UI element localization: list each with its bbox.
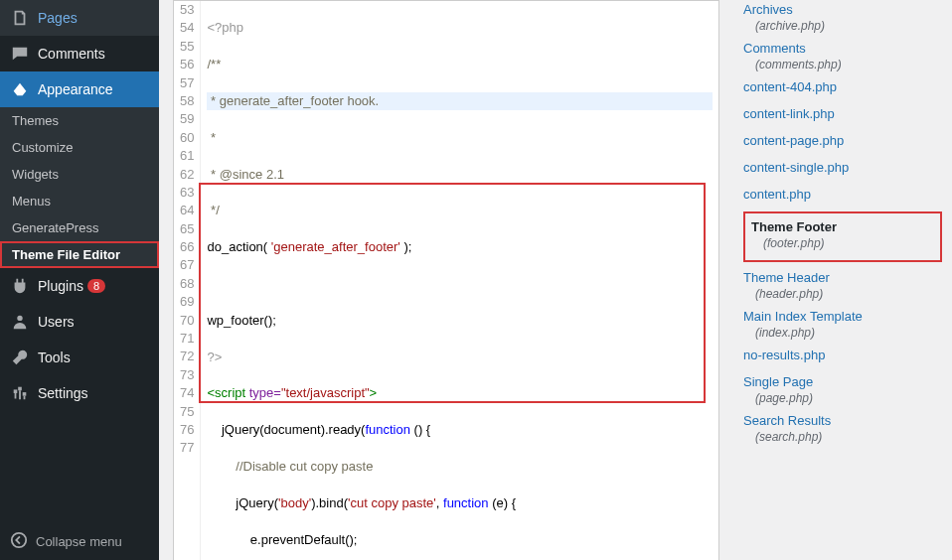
sidebar-item-comments[interactable]: Comments xyxy=(0,36,159,71)
file-main-index[interactable]: Main Index Template (index.php) xyxy=(743,307,942,340)
tools-icon xyxy=(10,348,30,367)
sidebar-label: Comments xyxy=(38,46,105,62)
theme-files-list: Archives (archive.php) Comments (comment… xyxy=(733,0,952,560)
users-icon xyxy=(10,312,30,332)
file-search-results[interactable]: Search Results (search.php) xyxy=(743,411,942,444)
sidebar-label: Users xyxy=(38,314,75,330)
collapse-label: Collapse menu xyxy=(36,534,122,549)
appearance-submenu: Themes Customize Widgets Menus GenerateP… xyxy=(0,107,159,268)
collapse-menu-button[interactable]: Collapse menu xyxy=(0,523,159,560)
svg-rect-1 xyxy=(14,389,18,393)
plugins-badge: 8 xyxy=(87,279,105,293)
submenu-customize[interactable]: Customize xyxy=(0,134,159,161)
file-single-page[interactable]: Single Page (page.php) xyxy=(743,372,942,405)
submenu-theme-file-editor[interactable]: Theme File Editor xyxy=(0,241,159,268)
sidebar-item-settings[interactable]: Settings xyxy=(0,375,159,411)
sidebar-label: Settings xyxy=(38,385,88,401)
collapse-icon xyxy=(10,531,28,552)
main-content: 5354555657585960616263646566676869707172… xyxy=(159,0,952,560)
sidebar-item-appearance[interactable]: Appearance xyxy=(0,71,159,107)
submenu-menus[interactable]: Menus xyxy=(0,188,159,214)
line-gutter: 5354555657585960616263646566676869707172… xyxy=(174,1,201,560)
sidebar-label: Appearance xyxy=(38,81,113,97)
submenu-widgets[interactable]: Widgets xyxy=(0,161,159,188)
sidebar-label: Tools xyxy=(38,350,71,365)
svg-rect-2 xyxy=(18,387,22,391)
file-content-404[interactable]: content-404.php xyxy=(743,77,942,96)
file-no-results[interactable]: no-results.php xyxy=(743,346,942,364)
sidebar-item-plugins[interactable]: Plugins 8 xyxy=(0,268,159,304)
settings-icon xyxy=(10,383,30,403)
file-content-single[interactable]: content-single.php xyxy=(743,158,942,177)
plugins-icon xyxy=(10,276,30,296)
sidebar-label: Plugins xyxy=(38,278,83,294)
comments-icon xyxy=(10,44,30,64)
code-content[interactable]: <?php /** * generate_after_footer hook. … xyxy=(201,1,718,560)
svg-point-4 xyxy=(12,533,26,547)
file-theme-header[interactable]: Theme Header (header.php) xyxy=(743,268,942,301)
appearance-icon xyxy=(10,79,30,99)
file-theme-footer[interactable]: Theme Footer (footer.php) xyxy=(743,211,942,262)
admin-sidebar: Pages Comments Appearance Themes Customi… xyxy=(0,0,159,560)
submenu-themes[interactable]: Themes xyxy=(0,107,159,134)
pages-icon xyxy=(10,8,30,28)
editor-area: 5354555657585960616263646566676869707172… xyxy=(159,0,733,560)
file-content-link[interactable]: content-link.php xyxy=(743,104,942,123)
submenu-generatepress[interactable]: GeneratePress xyxy=(0,214,159,241)
file-content-php[interactable]: content.php xyxy=(743,185,942,204)
file-archives[interactable]: Archives (archive.php) xyxy=(743,0,942,33)
svg-rect-3 xyxy=(23,392,27,396)
sidebar-item-users[interactable]: Users xyxy=(0,304,159,340)
svg-point-0 xyxy=(17,316,22,321)
sidebar-label: Pages xyxy=(38,10,78,26)
code-editor[interactable]: 5354555657585960616263646566676869707172… xyxy=(173,0,719,560)
sidebar-item-pages[interactable]: Pages xyxy=(0,0,159,36)
file-comments[interactable]: Comments (comments.php) xyxy=(743,39,942,71)
sidebar-item-tools[interactable]: Tools xyxy=(0,340,159,375)
file-content-page[interactable]: content-page.php xyxy=(743,131,942,150)
